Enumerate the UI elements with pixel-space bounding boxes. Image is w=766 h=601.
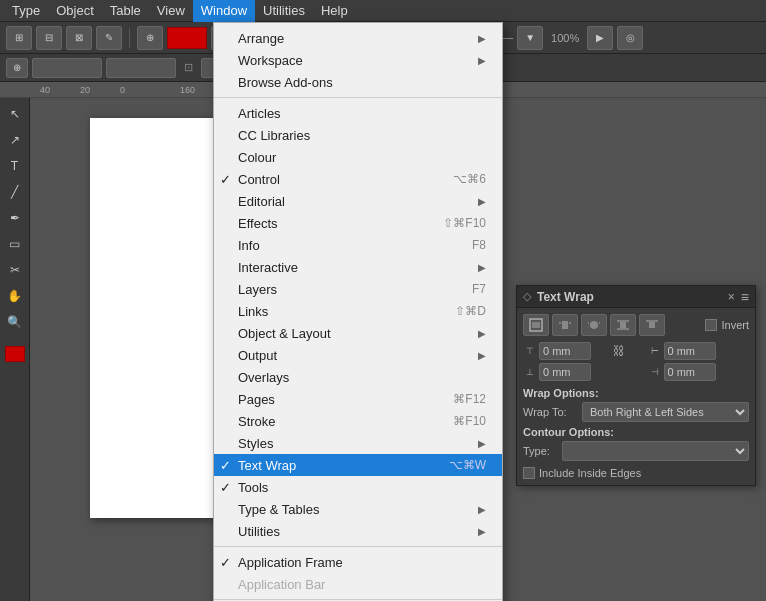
panel-menu-btn[interactable]: ≡ xyxy=(741,289,749,305)
menu-text-wrap-check: ✓ xyxy=(220,458,231,473)
menu-output[interactable]: Output ▶ xyxy=(214,344,502,366)
offset-bottom-group: ⊥ xyxy=(523,363,606,381)
chain-icon-top: ⛓ xyxy=(613,344,625,358)
menu-tools-check: ✓ xyxy=(220,480,231,495)
menu-utilities[interactable]: Utilities ▶ xyxy=(214,520,502,542)
tool-direct[interactable]: ↗ xyxy=(3,128,27,152)
menu-sep-3 xyxy=(214,599,502,600)
menu-app-frame-check: ✓ xyxy=(220,555,231,570)
tool-hand[interactable]: ✋ xyxy=(3,284,27,308)
menubar-type[interactable]: Type xyxy=(4,0,48,22)
menu-editorial-label: Editorial xyxy=(238,194,285,209)
type-select[interactable] xyxy=(562,441,749,461)
offset-right-input[interactable] xyxy=(664,342,716,360)
menu-links-shortcut: ⇧⌘D xyxy=(455,304,486,318)
menu-pages[interactable]: Pages ⌘F12 xyxy=(214,388,502,410)
menu-tools[interactable]: ✓ Tools xyxy=(214,476,502,498)
menu-effects-shortcut: ⇧⌘F10 xyxy=(443,216,486,230)
menu-info[interactable]: Info F8 xyxy=(214,234,502,256)
menu-type-tables-label: Type & Tables xyxy=(238,502,319,517)
toolbar2-btn-1[interactable]: ⊕ xyxy=(6,58,28,78)
panel-collapse-icon[interactable]: ◇ xyxy=(523,290,531,303)
menu-text-wrap-shortcut: ⌥⌘W xyxy=(449,458,486,472)
panel-title: Text Wrap xyxy=(537,290,594,304)
menubar-utilities[interactable]: Utilities xyxy=(255,0,313,22)
toolbar-btn-3[interactable]: ⊠ xyxy=(66,26,92,50)
offset-bottom-input[interactable] xyxy=(539,363,591,381)
contour-options-label: Contour Options: xyxy=(523,426,749,438)
include-edges-row: Include Inside Edges xyxy=(523,467,749,479)
menu-browse-addons-label: Browse Add-ons xyxy=(238,75,333,90)
menubar-window[interactable]: Window xyxy=(193,0,255,22)
tool-rect[interactable]: ▭ xyxy=(3,232,27,256)
toolbar2-input-2[interactable] xyxy=(106,58,176,78)
menubar-view[interactable]: View xyxy=(149,0,193,22)
toolbar-btn-11[interactable]: ▼ xyxy=(517,26,543,50)
menu-object-layout[interactable]: Object & Layout ▶ xyxy=(214,322,502,344)
menu-workspace-arrow: ▶ xyxy=(478,55,486,66)
svg-point-7 xyxy=(590,321,598,329)
menubar-table[interactable]: Table xyxy=(102,0,149,22)
menu-utilities-arrow: ▶ xyxy=(478,526,486,537)
wrap-btn-object[interactable] xyxy=(581,314,607,336)
menu-object-layout-arrow: ▶ xyxy=(478,328,486,339)
tool-type[interactable]: T xyxy=(3,154,27,178)
menubar-object[interactable]: Object xyxy=(48,0,102,22)
menu-control[interactable]: ✓ Control ⌥⌘6 xyxy=(214,168,502,190)
menu-type-tables-arrow: ▶ xyxy=(478,504,486,515)
offset-top-input[interactable] xyxy=(539,342,591,360)
menu-arrange[interactable]: Arrange ▶ xyxy=(214,27,502,49)
wrap-btn-bounding[interactable] xyxy=(552,314,578,336)
menu-cc-libraries[interactable]: CC Libraries xyxy=(214,124,502,146)
offset-bottom-icon: ⊥ xyxy=(523,367,537,377)
menu-editorial[interactable]: Editorial ▶ xyxy=(214,190,502,212)
menu-interactive-label: Interactive xyxy=(238,260,298,275)
menubar: Type Object Table View Window Utilities … xyxy=(0,0,766,22)
include-edges-checkbox[interactable] xyxy=(523,467,535,479)
menu-type-tables[interactable]: Type & Tables ▶ xyxy=(214,498,502,520)
toolbar-btn-13[interactable]: ◎ xyxy=(617,26,643,50)
menubar-help[interactable]: Help xyxy=(313,0,356,22)
toolbar-btn-5[interactable]: ⊕ xyxy=(137,26,163,50)
menu-workspace[interactable]: Workspace ▶ xyxy=(214,49,502,71)
menu-browse-addons[interactable]: Browse Add-ons xyxy=(214,71,502,93)
menu-info-label: Info xyxy=(238,238,260,253)
menu-overlays[interactable]: Overlays xyxy=(214,366,502,388)
invert-checkbox[interactable] xyxy=(705,319,717,331)
menu-app-frame[interactable]: ✓ Application Frame xyxy=(214,551,502,573)
tool-select[interactable]: ↖ xyxy=(3,102,27,126)
toolbar2-input-1[interactable] xyxy=(32,58,102,78)
menu-articles[interactable]: Articles xyxy=(214,102,502,124)
tool-scissors[interactable]: ✂ xyxy=(3,258,27,282)
menu-styles[interactable]: Styles ▶ xyxy=(214,432,502,454)
panel-close-btn[interactable]: × xyxy=(728,290,735,304)
menu-layers[interactable]: Layers F7 xyxy=(214,278,502,300)
menu-stroke[interactable]: Stroke ⌘F10 xyxy=(214,410,502,432)
toolbar-btn-4[interactable]: ✎ xyxy=(96,26,122,50)
wrap-btn-jump[interactable] xyxy=(610,314,636,336)
menu-arrange-arrow: ▶ xyxy=(478,33,486,44)
wrap-to-select[interactable]: Both Right & Left Sides xyxy=(582,402,749,422)
offset-top-icon: ⊤ xyxy=(523,346,537,356)
toolbar-btn-2[interactable]: ⊟ xyxy=(36,26,62,50)
tool-fill[interactable] xyxy=(5,346,25,362)
offset-left-input[interactable] xyxy=(664,363,716,381)
menu-stroke-label: Stroke xyxy=(238,414,276,429)
menu-colour[interactable]: Colour xyxy=(214,146,502,168)
tool-line[interactable]: ╱ xyxy=(3,180,27,204)
menu-effects[interactable]: Effects ⇧⌘F10 xyxy=(214,212,502,234)
tool-zoom[interactable]: 🔍 xyxy=(3,310,27,334)
toolbar-btn-12[interactable]: ▶ xyxy=(587,26,613,50)
menu-object-layout-label: Object & Layout xyxy=(238,326,331,341)
tool-pen[interactable]: ✒ xyxy=(3,206,27,230)
wrap-to-label: Wrap To: xyxy=(523,406,578,418)
offset-right-icon: ⊢ xyxy=(648,346,662,356)
offset-row-bottom: ⊥ ⊣ xyxy=(523,363,749,381)
menu-interactive[interactable]: Interactive ▶ xyxy=(214,256,502,278)
toolbar-btn-1[interactable]: ⊞ xyxy=(6,26,32,50)
menu-links[interactable]: Links ⇧⌘D xyxy=(214,300,502,322)
wrap-btn-none[interactable] xyxy=(523,314,549,336)
include-edges-label: Include Inside Edges xyxy=(539,467,641,479)
menu-text-wrap[interactable]: ✓ Text Wrap ⌥⌘W xyxy=(214,454,502,476)
wrap-btn-next-col[interactable] xyxy=(639,314,665,336)
